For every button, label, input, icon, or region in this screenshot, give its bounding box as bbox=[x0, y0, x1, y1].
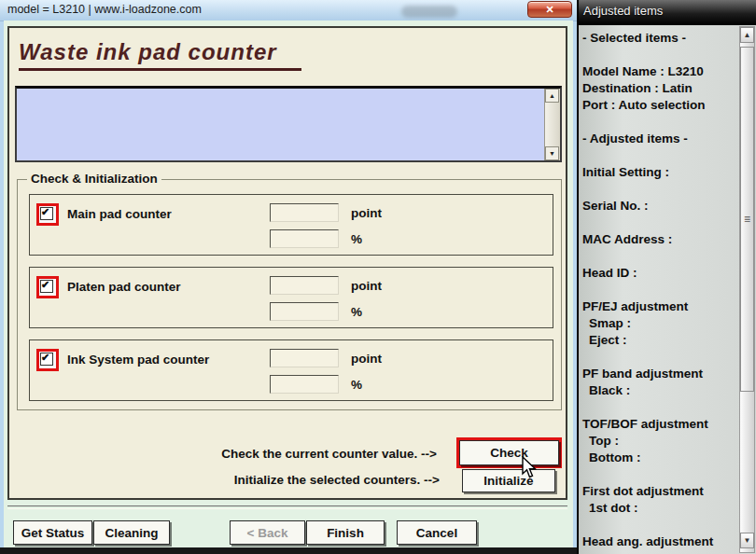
main-pad-checkbox[interactable]: ✔ bbox=[40, 207, 53, 220]
side-panel-gap bbox=[582, 517, 736, 533]
side-panel-title: Adjusted items bbox=[579, 0, 756, 22]
side-panel-line: Initial Setting : bbox=[582, 164, 736, 181]
scrollbar-thumb[interactable]: ≡ bbox=[740, 47, 754, 392]
side-panel-line: 1st dot : bbox=[582, 500, 736, 517]
side-panel-line: Port : Auto selection bbox=[582, 97, 736, 114]
percent-unit-label: % bbox=[351, 232, 362, 246]
side-panel-line: Head ID : bbox=[582, 265, 736, 282]
counter-row-platen: ✔ Platen pad counter point % bbox=[29, 267, 553, 328]
checkbox-highlight: ✔ bbox=[36, 276, 59, 298]
ink-system-point-field[interactable] bbox=[270, 349, 339, 367]
main-window: model = L3210 | www.i-loadzone.com ✕ Was… bbox=[0, 0, 577, 554]
side-panel-header: Adjusted items bbox=[577, 0, 756, 25]
side-panel-line: First dot adjustment bbox=[582, 483, 736, 500]
side-panel-gap bbox=[582, 399, 736, 416]
side-panel-body: - Selected items -Model Name : L3210Dest… bbox=[577, 25, 756, 554]
point-unit-label: point bbox=[351, 206, 382, 220]
scroll-down-icon[interactable]: ▼ bbox=[740, 533, 754, 548]
cleaning-button[interactable]: Cleaning bbox=[93, 520, 170, 545]
side-panel-line: TOF/BOF adjustment bbox=[582, 416, 736, 433]
main-point-field[interactable] bbox=[270, 203, 339, 222]
side-panel-line: Top : bbox=[582, 433, 736, 450]
side-panel-gap bbox=[582, 114, 736, 131]
initialize-prompt: Initialize the selected counters. --> bbox=[234, 473, 440, 487]
percent-unit-label: % bbox=[351, 378, 362, 392]
background-artifact bbox=[401, 6, 457, 18]
close-button[interactable]: ✕ bbox=[527, 1, 572, 18]
side-panel-line: PF/EJ adjustment bbox=[582, 298, 736, 315]
check-button-highlight: Check bbox=[456, 437, 562, 468]
platen-percent-field[interactable] bbox=[270, 302, 339, 321]
result-listbox[interactable]: ▲ ▼ bbox=[15, 86, 562, 162]
platen-point-field[interactable] bbox=[270, 276, 339, 295]
checkmark-icon: ✔ bbox=[41, 352, 49, 364]
side-panel-gap bbox=[582, 466, 736, 483]
counter-label: Ink System pad counter bbox=[67, 353, 209, 367]
side-panel-line: Head ang. adjustment bbox=[582, 533, 736, 550]
footer-separator bbox=[7, 506, 567, 509]
ink-system-pad-checkbox[interactable]: ✔ bbox=[40, 353, 53, 366]
side-panel-line: MAC Address : bbox=[582, 231, 736, 248]
counter-row-main: ✔ Main pad counter point % bbox=[29, 194, 553, 256]
ink-system-percent-field[interactable] bbox=[270, 375, 339, 394]
checkmark-icon: ✔ bbox=[41, 279, 49, 291]
scrollbar-grip-icon: ≡ bbox=[744, 216, 750, 222]
check-prompt: Check the current counter value. --> bbox=[221, 447, 437, 461]
close-icon: ✕ bbox=[545, 4, 553, 15]
side-panel-line: Eject : bbox=[582, 332, 736, 349]
dialog-panel: Waste ink pad counter ▲ ▼ Check & Initia… bbox=[7, 26, 567, 500]
side-panel-line: Smap : bbox=[582, 315, 736, 332]
side-panel-gap bbox=[582, 215, 736, 231]
screen: model = L3210 | www.i-loadzone.com ✕ Was… bbox=[0, 0, 756, 554]
side-panel-gap bbox=[582, 282, 736, 298]
counter-label: Platen pad counter bbox=[67, 280, 181, 294]
side-panel-line: Black : bbox=[582, 382, 736, 399]
scroll-up-icon[interactable]: ▲ bbox=[545, 89, 559, 103]
side-panel-lines: - Selected items -Model Name : L3210Dest… bbox=[582, 30, 736, 550]
page-title: Waste ink pad counter bbox=[19, 39, 301, 71]
get-status-button[interactable]: Get Status bbox=[13, 520, 92, 545]
side-panel-scrollbar[interactable]: ▲ ≡ ▼ bbox=[739, 26, 755, 553]
side-panel-line: - Adjusted items - bbox=[582, 131, 736, 147]
side-panel-gap bbox=[582, 147, 736, 164]
dialog-client: Waste ink pad counter ▲ ▼ Check & Initia… bbox=[4, 21, 573, 547]
side-panel-gap bbox=[582, 349, 736, 366]
check-init-group: Check & Initialization ✔ Main pad counte… bbox=[17, 179, 562, 410]
side-panel-line: PF band adjustment bbox=[582, 366, 736, 382]
listbox-scrollbar[interactable]: ▲ ▼ bbox=[544, 89, 560, 160]
counter-row-ink-system: ✔ Ink System pad counter point % bbox=[29, 339, 553, 401]
back-button[interactable]: < Back bbox=[230, 520, 305, 545]
point-unit-label: point bbox=[351, 352, 382, 366]
side-panel-line: Model Name : L3210 bbox=[582, 63, 736, 80]
checkmark-icon: ✔ bbox=[41, 206, 49, 218]
cancel-button[interactable]: Cancel bbox=[397, 520, 477, 545]
window-title: model = L3210 | www.i-loadzone.com bbox=[7, 0, 202, 20]
side-panel-line: - Selected items - bbox=[582, 30, 736, 47]
side-panel-line: Serial No. : bbox=[582, 198, 736, 215]
initialize-button[interactable]: Initialize bbox=[462, 469, 555, 492]
side-panel-gap bbox=[582, 47, 736, 63]
side-panel-line: Bottom : bbox=[582, 450, 736, 466]
adjusted-items-panel: Adjusted items - Selected items -Model N… bbox=[577, 0, 756, 554]
main-percent-field[interactable] bbox=[270, 229, 339, 248]
point-unit-label: point bbox=[351, 279, 382, 293]
finish-button[interactable]: Finish bbox=[306, 520, 385, 545]
scroll-up-icon[interactable]: ▲ bbox=[740, 27, 754, 43]
checkbox-highlight: ✔ bbox=[36, 203, 59, 226]
side-panel-gap bbox=[582, 181, 736, 198]
scroll-down-icon[interactable]: ▼ bbox=[545, 146, 559, 160]
check-button[interactable]: Check bbox=[459, 440, 559, 465]
titlebar[interactable]: model = L3210 | www.i-loadzone.com ✕ bbox=[0, 0, 577, 21]
counter-label: Main pad counter bbox=[67, 207, 172, 221]
side-panel-line: Destination : Latin bbox=[582, 80, 736, 97]
window-bottom-edge bbox=[0, 547, 577, 554]
platen-pad-checkbox[interactable]: ✔ bbox=[40, 280, 53, 293]
side-panel-gap bbox=[582, 248, 736, 265]
checkbox-highlight: ✔ bbox=[36, 349, 59, 371]
group-title: Check & Initialization bbox=[27, 172, 161, 186]
percent-unit-label: % bbox=[351, 305, 362, 319]
